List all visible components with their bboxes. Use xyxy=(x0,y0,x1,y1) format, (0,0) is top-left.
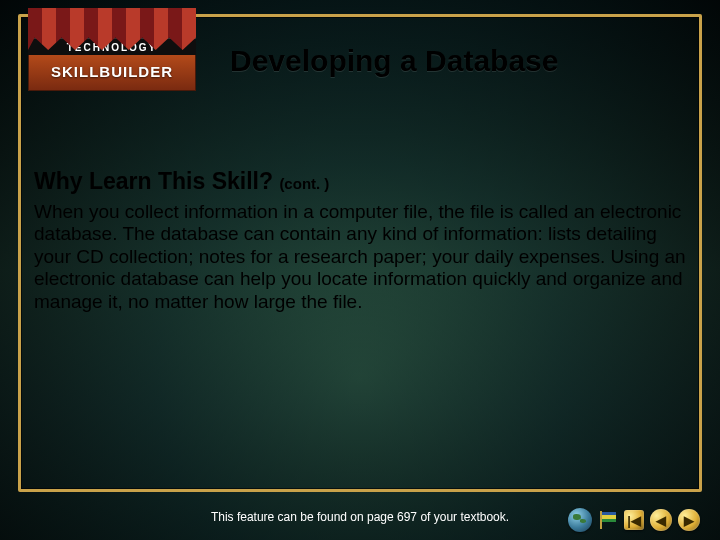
first-button[interactable]: |◀ xyxy=(624,510,644,530)
flag-icon[interactable] xyxy=(598,511,618,529)
chevron-left-icon: ◀ xyxy=(656,513,666,528)
content-area: Why Learn This Skill? (cont. ) When you … xyxy=(34,168,686,313)
skillbuilder-badge: TECHNOLOGY SKILLBUILDER xyxy=(28,8,196,91)
subheading-cont: (cont. ) xyxy=(279,175,329,192)
slide: TECHNOLOGY SKILLBUILDER Developing a Dat… xyxy=(0,0,720,540)
globe-icon[interactable] xyxy=(568,508,592,532)
slide-title: Developing a Database xyxy=(230,44,680,78)
chevron-right-icon: ▶ xyxy=(684,513,694,528)
skip-start-icon: |◀ xyxy=(627,513,641,528)
next-button[interactable]: ▶ xyxy=(678,509,700,531)
badge-main-label: SKILLBUILDER xyxy=(28,55,196,91)
prev-button[interactable]: ◀ xyxy=(650,509,672,531)
subheading-text: Why Learn This Skill? xyxy=(34,168,273,194)
body-text: When you collect information in a comput… xyxy=(34,201,686,313)
subheading: Why Learn This Skill? (cont. ) xyxy=(34,168,686,195)
nav-controls: |◀ ◀ ▶ xyxy=(568,508,700,532)
